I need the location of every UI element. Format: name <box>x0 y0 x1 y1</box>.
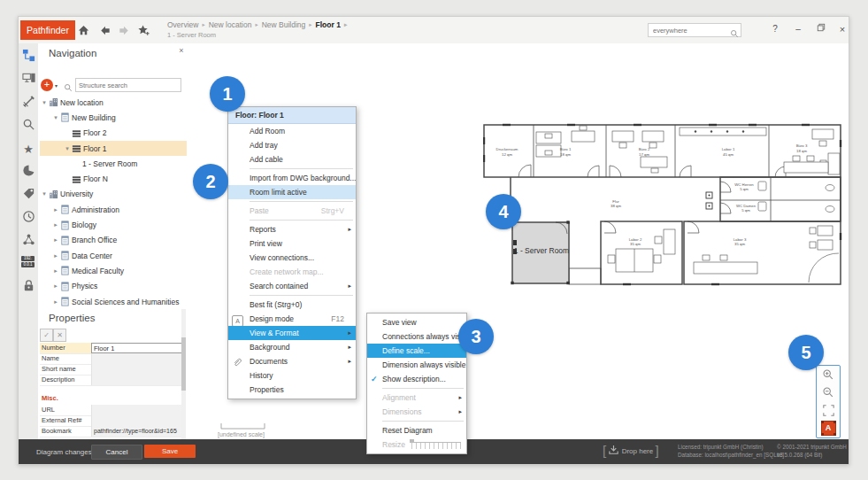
close-button[interactable]: × <box>834 22 850 36</box>
expander-icon[interactable] <box>63 145 72 152</box>
breadcrumb-item[interactable]: New location <box>209 20 262 29</box>
floor-plan-drawing[interactable]: Druckerraum 12 qm Büro 1 18 qm Büro 2 17… <box>483 118 846 288</box>
back-arrow-icon[interactable] <box>98 24 111 37</box>
menu-item-add-room[interactable]: Add Room <box>228 124 356 138</box>
minimize-button[interactable]: – <box>790 22 806 36</box>
history-clock-icon[interactable] <box>21 210 35 224</box>
expander-icon[interactable] <box>51 298 60 306</box>
breadcrumb-sub-item[interactable]: 1 - Server Room <box>167 31 216 39</box>
menu-item-print-view[interactable]: Print view <box>228 236 356 251</box>
expander-icon[interactable] <box>51 114 60 121</box>
tree-item-floor-n[interactable]: Floor N <box>40 171 187 186</box>
home-icon[interactable] <box>77 24 90 37</box>
tools-icon[interactable] <box>21 95 35 109</box>
property-value[interactable] <box>91 364 183 375</box>
resize-slider[interactable] <box>411 442 461 449</box>
apply-properties-button[interactable] <box>40 329 53 342</box>
devices-icon[interactable] <box>21 72 35 86</box>
tag-icon[interactable] <box>21 187 35 201</box>
zoom-out-button[interactable] <box>817 383 840 401</box>
breadcrumb-item-current[interactable]: Floor 1 <box>316 20 351 29</box>
structure-search-input[interactable] <box>75 78 181 92</box>
expander-icon[interactable] <box>51 252 60 259</box>
menu-item-properties[interactable]: Properties <box>228 383 356 397</box>
expander-icon[interactable] <box>51 221 60 228</box>
close-panel-button[interactable]: × <box>176 46 187 55</box>
fit-view-button[interactable] <box>817 401 840 419</box>
menu-item-room-limit-active[interactable]: Room limit active <box>228 185 356 199</box>
menu-item-view-connections[interactable]: View connections... <box>228 251 356 265</box>
property-number-input[interactable] <box>91 343 183 353</box>
breadcrumb-item[interactable]: Overview <box>167 20 209 29</box>
tree-item-data-center[interactable]: Data Center <box>40 248 187 263</box>
expander-icon[interactable] <box>51 267 60 275</box>
submenu-item-define-scale[interactable]: Define scale... <box>367 344 466 358</box>
favorites-icon[interactable] <box>21 141 35 155</box>
restore-icon[interactable] <box>813 22 829 36</box>
menu-item-view-format[interactable]: View & Format <box>228 326 356 340</box>
submenu-item-show-description[interactable]: Show description... <box>367 372 466 386</box>
submenu-item-dimension-always-visible[interactable]: Dimension always visible <box>367 358 466 372</box>
menu-item-add-cable[interactable]: Add cable <box>228 152 356 166</box>
tree-item-medical-faculty[interactable]: Medical Faculty <box>40 263 187 278</box>
submenu-item-save-view[interactable]: Save view <box>367 315 466 329</box>
menu-item-add-tray[interactable]: Add tray <box>228 138 356 152</box>
structure-navigation-icon[interactable] <box>21 49 35 63</box>
properties-scrollbar[interactable] <box>181 309 186 439</box>
menu-item-background[interactable]: Background <box>228 340 356 354</box>
expander-icon[interactable] <box>51 206 60 213</box>
add-node-button[interactable]: + <box>41 79 53 91</box>
discard-properties-button[interactable] <box>53 329 66 342</box>
submenu-item-reset-diagram[interactable]: Reset Diagram <box>367 423 466 437</box>
tree-item-university[interactable]: University <box>40 187 187 202</box>
favorite-add-icon[interactable] <box>137 24 150 37</box>
ip-address-icon[interactable]: 192. 0.0.1 <box>21 256 35 270</box>
tree-item-administration[interactable]: Administration <box>40 202 187 217</box>
property-value[interactable]: pathfinder://type=floor&id=165 <box>91 426 183 437</box>
tree-item-new-location[interactable]: New location <box>40 95 187 110</box>
tree-item-branch-office[interactable]: Branch Office <box>40 233 187 248</box>
menu-item-history[interactable]: History <box>228 368 356 383</box>
expander-icon[interactable] <box>40 99 49 106</box>
breadcrumb-item[interactable]: New Building <box>262 20 316 29</box>
tree-item-physics[interactable]: Physics <box>40 279 187 294</box>
menu-item-reports[interactable]: Reports <box>228 222 356 236</box>
callout-2: 2 <box>193 164 228 199</box>
drop-here-zone[interactable]: [ Drop here ] <box>603 443 659 461</box>
property-value[interactable] <box>91 375 183 385</box>
menu-item-design-mode[interactable]: Design modeF12 <box>228 312 356 326</box>
menu-item-search-contained[interactable]: Search contained <box>228 279 356 293</box>
tree-item-floor-2[interactable]: Floor 2 <box>40 126 187 141</box>
expander-icon[interactable] <box>40 190 49 197</box>
global-search-input[interactable] <box>651 25 727 36</box>
tree-item-floor-1-selected[interactable]: Floor 1 <box>40 141 187 156</box>
pathfinder-menu-button[interactable]: Pathfinder <box>20 20 75 40</box>
forward-arrow-icon[interactable] <box>118 24 131 37</box>
expander-icon[interactable] <box>51 236 60 244</box>
tree-item-social-sciences[interactable]: Social Sciences and Humanities <box>40 294 187 309</box>
property-value[interactable] <box>91 353 183 364</box>
help-button[interactable]: ? <box>767 22 783 36</box>
zoom-in-button[interactable] <box>817 366 840 383</box>
network-map-icon[interactable] <box>21 233 35 247</box>
room-label: Büro 3 <box>796 143 808 148</box>
cancel-button[interactable]: Cancel <box>91 445 142 460</box>
save-button[interactable]: Save <box>144 445 196 458</box>
lock-icon[interactable] <box>21 279 35 293</box>
property-value[interactable] <box>91 405 183 415</box>
scrollbar-thumb[interactable] <box>181 337 186 391</box>
submenu-item-connections-always-visible[interactable]: Connections always visible <box>367 329 466 344</box>
search-icon[interactable] <box>21 118 35 132</box>
tree-item-biology[interactable]: Biology <box>40 217 187 232</box>
menu-item-best-fit[interactable]: Best fit (Strg+0) <box>228 298 356 312</box>
property-value[interactable] <box>91 415 183 426</box>
tree-item-new-building[interactable]: New Building <box>40 110 187 125</box>
menu-item-import-dwg[interactable]: Import from DWG background... <box>228 171 356 185</box>
expander-icon[interactable] <box>51 283 60 290</box>
design-mode-toggle-button[interactable] <box>817 419 840 437</box>
add-dropdown-caret-icon[interactable] <box>55 82 58 89</box>
search-icon[interactable] <box>730 26 739 42</box>
pie-chart-icon[interactable] <box>21 164 35 178</box>
menu-item-documents[interactable]: Documents <box>228 354 356 368</box>
tree-item-server-room[interactable]: 1 - Server Room <box>40 156 187 171</box>
